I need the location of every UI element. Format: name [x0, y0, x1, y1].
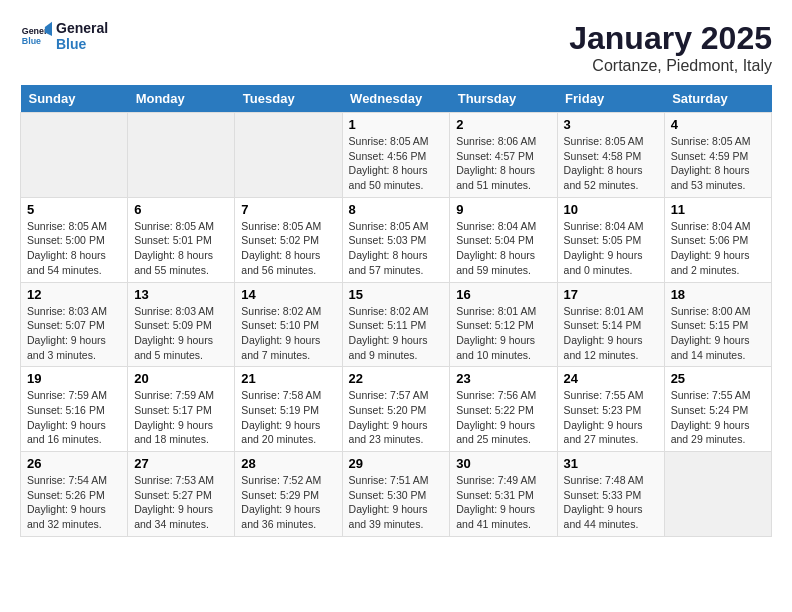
calendar-cell: 15Sunrise: 8:02 AM Sunset: 5:11 PM Dayli… — [342, 282, 450, 367]
calendar-cell — [21, 113, 128, 198]
month-title: January 2025 — [569, 20, 772, 57]
calendar-cell: 8Sunrise: 8:05 AM Sunset: 5:03 PM Daylig… — [342, 197, 450, 282]
day-number: 16 — [456, 287, 550, 302]
day-info: Sunrise: 8:05 AM Sunset: 5:01 PM Dayligh… — [134, 219, 228, 278]
day-info: Sunrise: 7:56 AM Sunset: 5:22 PM Dayligh… — [456, 388, 550, 447]
calendar-cell: 3Sunrise: 8:05 AM Sunset: 4:58 PM Daylig… — [557, 113, 664, 198]
calendar-cell: 10Sunrise: 8:04 AM Sunset: 5:05 PM Dayli… — [557, 197, 664, 282]
day-info: Sunrise: 7:57 AM Sunset: 5:20 PM Dayligh… — [349, 388, 444, 447]
calendar-cell: 24Sunrise: 7:55 AM Sunset: 5:23 PM Dayli… — [557, 367, 664, 452]
day-info: Sunrise: 8:05 AM Sunset: 5:00 PM Dayligh… — [27, 219, 121, 278]
calendar-cell: 26Sunrise: 7:54 AM Sunset: 5:26 PM Dayli… — [21, 452, 128, 537]
calendar-cell: 19Sunrise: 7:59 AM Sunset: 5:16 PM Dayli… — [21, 367, 128, 452]
day-number: 25 — [671, 371, 765, 386]
calendar-week-row: 26Sunrise: 7:54 AM Sunset: 5:26 PM Dayli… — [21, 452, 772, 537]
calendar-cell: 17Sunrise: 8:01 AM Sunset: 5:14 PM Dayli… — [557, 282, 664, 367]
day-info: Sunrise: 7:55 AM Sunset: 5:24 PM Dayligh… — [671, 388, 765, 447]
weekday-header: Thursday — [450, 85, 557, 113]
day-number: 31 — [564, 456, 658, 471]
day-number: 18 — [671, 287, 765, 302]
weekday-header: Sunday — [21, 85, 128, 113]
day-number: 28 — [241, 456, 335, 471]
calendar-table: SundayMondayTuesdayWednesdayThursdayFrid… — [20, 85, 772, 537]
calendar-cell — [235, 113, 342, 198]
calendar-cell: 9Sunrise: 8:04 AM Sunset: 5:04 PM Daylig… — [450, 197, 557, 282]
day-number: 15 — [349, 287, 444, 302]
day-info: Sunrise: 8:04 AM Sunset: 5:06 PM Dayligh… — [671, 219, 765, 278]
day-number: 17 — [564, 287, 658, 302]
day-number: 22 — [349, 371, 444, 386]
calendar-cell: 18Sunrise: 8:00 AM Sunset: 5:15 PM Dayli… — [664, 282, 771, 367]
calendar-week-row: 12Sunrise: 8:03 AM Sunset: 5:07 PM Dayli… — [21, 282, 772, 367]
day-info: Sunrise: 7:53 AM Sunset: 5:27 PM Dayligh… — [134, 473, 228, 532]
calendar-cell: 22Sunrise: 7:57 AM Sunset: 5:20 PM Dayli… — [342, 367, 450, 452]
day-number: 24 — [564, 371, 658, 386]
day-number: 10 — [564, 202, 658, 217]
calendar-cell: 2Sunrise: 8:06 AM Sunset: 4:57 PM Daylig… — [450, 113, 557, 198]
weekday-header-row: SundayMondayTuesdayWednesdayThursdayFrid… — [21, 85, 772, 113]
day-number: 30 — [456, 456, 550, 471]
day-number: 26 — [27, 456, 121, 471]
calendar-cell: 12Sunrise: 8:03 AM Sunset: 5:07 PM Dayli… — [21, 282, 128, 367]
day-info: Sunrise: 8:01 AM Sunset: 5:14 PM Dayligh… — [564, 304, 658, 363]
calendar-week-row: 19Sunrise: 7:59 AM Sunset: 5:16 PM Dayli… — [21, 367, 772, 452]
calendar-cell: 5Sunrise: 8:05 AM Sunset: 5:00 PM Daylig… — [21, 197, 128, 282]
calendar-cell: 7Sunrise: 8:05 AM Sunset: 5:02 PM Daylig… — [235, 197, 342, 282]
weekday-header: Monday — [128, 85, 235, 113]
day-number: 6 — [134, 202, 228, 217]
calendar-cell: 16Sunrise: 8:01 AM Sunset: 5:12 PM Dayli… — [450, 282, 557, 367]
day-info: Sunrise: 8:01 AM Sunset: 5:12 PM Dayligh… — [456, 304, 550, 363]
calendar-cell: 4Sunrise: 8:05 AM Sunset: 4:59 PM Daylig… — [664, 113, 771, 198]
day-info: Sunrise: 8:05 AM Sunset: 4:59 PM Dayligh… — [671, 134, 765, 193]
calendar-cell: 21Sunrise: 7:58 AM Sunset: 5:19 PM Dayli… — [235, 367, 342, 452]
location-subtitle: Cortanze, Piedmont, Italy — [569, 57, 772, 75]
day-info: Sunrise: 8:04 AM Sunset: 5:05 PM Dayligh… — [564, 219, 658, 278]
day-number: 27 — [134, 456, 228, 471]
day-info: Sunrise: 8:03 AM Sunset: 5:07 PM Dayligh… — [27, 304, 121, 363]
day-info: Sunrise: 7:55 AM Sunset: 5:23 PM Dayligh… — [564, 388, 658, 447]
calendar-cell: 14Sunrise: 8:02 AM Sunset: 5:10 PM Dayli… — [235, 282, 342, 367]
calendar-week-row: 1Sunrise: 8:05 AM Sunset: 4:56 PM Daylig… — [21, 113, 772, 198]
title-area: January 2025 Cortanze, Piedmont, Italy — [569, 20, 772, 75]
day-number: 7 — [241, 202, 335, 217]
calendar-cell: 27Sunrise: 7:53 AM Sunset: 5:27 PM Dayli… — [128, 452, 235, 537]
day-number: 9 — [456, 202, 550, 217]
logo-line1: General — [56, 20, 108, 36]
day-number: 21 — [241, 371, 335, 386]
calendar-cell: 31Sunrise: 7:48 AM Sunset: 5:33 PM Dayli… — [557, 452, 664, 537]
day-number: 11 — [671, 202, 765, 217]
calendar-cell: 25Sunrise: 7:55 AM Sunset: 5:24 PM Dayli… — [664, 367, 771, 452]
day-number: 29 — [349, 456, 444, 471]
day-info: Sunrise: 8:02 AM Sunset: 5:11 PM Dayligh… — [349, 304, 444, 363]
day-info: Sunrise: 8:05 AM Sunset: 5:03 PM Dayligh… — [349, 219, 444, 278]
day-info: Sunrise: 7:54 AM Sunset: 5:26 PM Dayligh… — [27, 473, 121, 532]
weekday-header: Wednesday — [342, 85, 450, 113]
weekday-header: Friday — [557, 85, 664, 113]
day-info: Sunrise: 7:51 AM Sunset: 5:30 PM Dayligh… — [349, 473, 444, 532]
calendar-cell: 13Sunrise: 8:03 AM Sunset: 5:09 PM Dayli… — [128, 282, 235, 367]
weekday-header: Saturday — [664, 85, 771, 113]
logo: General Blue General Blue — [20, 20, 108, 52]
day-info: Sunrise: 7:58 AM Sunset: 5:19 PM Dayligh… — [241, 388, 335, 447]
header: General Blue General Blue January 2025 C… — [20, 20, 772, 75]
logo-line2: Blue — [56, 36, 108, 52]
calendar-cell: 30Sunrise: 7:49 AM Sunset: 5:31 PM Dayli… — [450, 452, 557, 537]
weekday-header: Tuesday — [235, 85, 342, 113]
day-info: Sunrise: 8:05 AM Sunset: 4:56 PM Dayligh… — [349, 134, 444, 193]
day-number: 19 — [27, 371, 121, 386]
day-info: Sunrise: 8:05 AM Sunset: 5:02 PM Dayligh… — [241, 219, 335, 278]
day-info: Sunrise: 8:00 AM Sunset: 5:15 PM Dayligh… — [671, 304, 765, 363]
day-number: 4 — [671, 117, 765, 132]
day-info: Sunrise: 8:02 AM Sunset: 5:10 PM Dayligh… — [241, 304, 335, 363]
day-number: 14 — [241, 287, 335, 302]
day-info: Sunrise: 8:03 AM Sunset: 5:09 PM Dayligh… — [134, 304, 228, 363]
calendar-cell: 20Sunrise: 7:59 AM Sunset: 5:17 PM Dayli… — [128, 367, 235, 452]
calendar-cell — [664, 452, 771, 537]
logo-icon: General Blue — [20, 20, 52, 52]
day-number: 23 — [456, 371, 550, 386]
day-number: 5 — [27, 202, 121, 217]
calendar-cell: 23Sunrise: 7:56 AM Sunset: 5:22 PM Dayli… — [450, 367, 557, 452]
day-number: 1 — [349, 117, 444, 132]
day-info: Sunrise: 8:06 AM Sunset: 4:57 PM Dayligh… — [456, 134, 550, 193]
day-info: Sunrise: 7:52 AM Sunset: 5:29 PM Dayligh… — [241, 473, 335, 532]
